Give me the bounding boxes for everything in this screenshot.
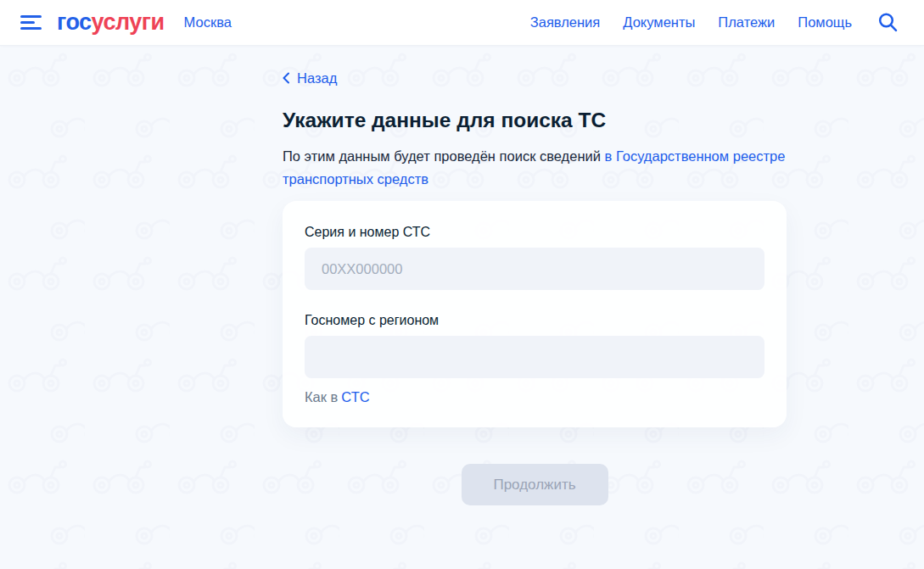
sts-field: Серия и номер СТС	[305, 224, 764, 290]
logo[interactable]: госуслуги	[57, 9, 165, 36]
sts-field-label: Серия и номер СТС	[305, 224, 764, 240]
content: Назад Укажите данные для поиска ТС По эт…	[0, 46, 924, 569]
hamburger-icon	[20, 15, 42, 18]
back-link-label: Назад	[297, 70, 337, 86]
site-header: госуслуги Москва Заявления Документы Пла…	[0, 0, 924, 46]
page-title: Укажите данные для поиска ТС	[283, 108, 787, 133]
continue-button[interactable]: Продолжить	[462, 464, 608, 505]
back-link[interactable]: Назад	[283, 70, 337, 86]
nav-item-documents[interactable]: Документы	[623, 14, 695, 31]
location-link[interactable]: Москва	[184, 14, 232, 31]
search-button[interactable]	[876, 12, 899, 34]
menu-button[interactable]	[19, 12, 43, 33]
page: госуслуги Москва Заявления Документы Пла…	[0, 0, 924, 569]
page-description: По этим данным будет проведён поиск свед…	[283, 145, 787, 191]
content-column: Назад Укажите данные для поиска ТС По эт…	[283, 46, 787, 505]
plate-field-label: Госномер с регионом	[305, 312, 764, 328]
logo-blue-part: гос	[57, 9, 92, 35]
sts-input[interactable]	[305, 248, 764, 290]
logo-red-part: услуги	[92, 9, 165, 35]
nav-item-applications[interactable]: Заявления	[530, 14, 601, 31]
plate-hint: Как вСТС	[305, 389, 764, 405]
header-left: госуслуги Москва	[19, 9, 232, 36]
main-nav: Заявления Документы Платежи Помощь	[530, 12, 899, 34]
hint-text: Как в	[305, 389, 338, 404]
description-text: По этим данным будет проведён поиск свед…	[283, 148, 605, 164]
actions-row: Продолжить	[283, 464, 787, 505]
chevron-left-icon	[283, 72, 289, 84]
form-card: Серия и номер СТС Госномер с регионом Ка…	[283, 201, 787, 427]
plate-input[interactable]	[305, 336, 764, 378]
magnifier-icon	[877, 12, 899, 33]
hint-sts-link[interactable]: СТС	[341, 389, 369, 404]
nav-item-help[interactable]: Помощь	[798, 14, 852, 31]
nav-item-payments[interactable]: Платежи	[718, 14, 775, 31]
plate-field: Госномер с регионом Как вСТС	[305, 312, 764, 405]
